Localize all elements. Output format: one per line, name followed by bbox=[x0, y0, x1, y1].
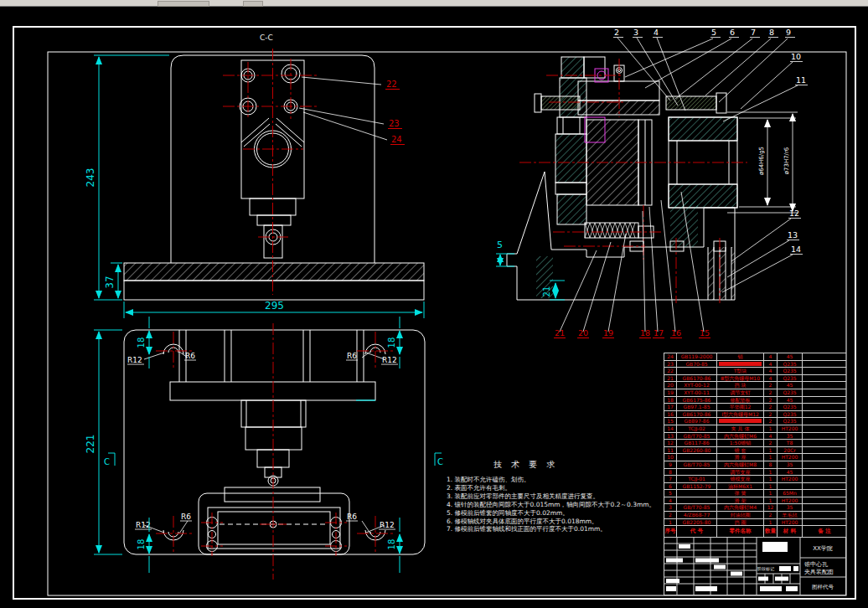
bom-cell bbox=[803, 433, 846, 440]
bom-row: 18GB6175-86修配垫板245 bbox=[664, 396, 846, 404]
title-block-title-line1: 锥中心孔 bbox=[803, 561, 829, 568]
bom-cell: 5 bbox=[664, 490, 677, 497]
bom-part-name: 内六角螺钉M4 bbox=[717, 504, 764, 511]
bom-cell: XYT-00-11 bbox=[677, 389, 717, 396]
bom-cell: Q235 bbox=[778, 411, 803, 418]
bom-cell: GB1152-79 bbox=[677, 483, 717, 490]
bom-cell: Q235 bbox=[778, 418, 803, 425]
dim-18: 18 bbox=[137, 337, 146, 348]
bom-row: 23GB70-854Q235 bbox=[664, 360, 846, 368]
bom-cell: 2 bbox=[764, 382, 778, 389]
dim-21: 21 bbox=[542, 286, 551, 297]
balloon-2: 2 bbox=[614, 28, 619, 37]
bom-header-qty: 数量 bbox=[764, 526, 778, 537]
section-dimensions bbox=[496, 254, 565, 300]
bom-part-name bbox=[717, 361, 764, 368]
bom-cell: 4 bbox=[764, 433, 778, 440]
r6-label: R6 bbox=[185, 352, 195, 360]
bom-cell: 4 bbox=[764, 353, 778, 360]
bom-cell: 12 bbox=[764, 504, 778, 511]
bom-cell: 10 bbox=[664, 454, 677, 461]
bom-cell: 8 bbox=[764, 461, 778, 468]
bom-row: 19XYT-00-11调节支钉2Q235 bbox=[664, 389, 846, 396]
bom-cell: 23 bbox=[664, 361, 677, 368]
bom-cell: GB2260-80 bbox=[677, 447, 717, 454]
bom-part-name: 夹 具 体 bbox=[717, 425, 764, 432]
bom-row: 1GB2205-80挡 圈1HT200 bbox=[664, 518, 846, 526]
front-view-dim-texts: 243 37 295 bbox=[85, 168, 284, 312]
bom-part-name: T型块 bbox=[717, 368, 764, 374]
bom-cell: 2 bbox=[764, 512, 778, 518]
bom-cell bbox=[803, 469, 846, 476]
bom-part-name: 修配垫板 bbox=[717, 397, 764, 404]
bom-cell: 20Cr bbox=[778, 447, 803, 454]
bom-cell: 1 bbox=[764, 469, 778, 476]
bom-cell bbox=[677, 368, 717, 374]
bom-table: 24GB119-2000销44523GB70-854Q23522T型块4Q235… bbox=[664, 353, 846, 538]
bom-cell bbox=[803, 411, 846, 418]
balloon-13: 13 bbox=[788, 230, 798, 240]
bom-part-name: 挡 块 bbox=[717, 382, 764, 389]
bom-part-name: 油杯M6X1 bbox=[717, 483, 764, 490]
r12-label: R12 bbox=[380, 521, 395, 529]
bom-cell: GB897-86 bbox=[677, 418, 717, 425]
bom-header-row: 序号 代 号 零件名称 数量 材 料 备 注 bbox=[664, 525, 846, 538]
bom-cell bbox=[677, 469, 717, 476]
bom-cell: 35 bbox=[778, 504, 803, 511]
bom-header-name: 零件名称 bbox=[717, 526, 764, 537]
bom-header-mat: 材 料 bbox=[778, 526, 803, 537]
tech-requirement-item: 6. 修模轴线对夹具体底面的平行度不大于0.018mm。 bbox=[447, 518, 680, 526]
bom-cell: GB/T70-85 bbox=[677, 433, 717, 440]
bom-row: 8调节支座145 bbox=[664, 468, 846, 476]
bom-cell: 2 bbox=[664, 512, 677, 518]
front-view-balloons: 22 23 24 bbox=[385, 80, 405, 145]
section-label-cc: C-C bbox=[260, 33, 273, 42]
balloon-16: 16 bbox=[671, 328, 681, 337]
bom-cell bbox=[803, 440, 846, 446]
balloon-4: 4 bbox=[654, 28, 659, 37]
dim-5: 5 bbox=[497, 240, 503, 250]
balloon-15: 15 bbox=[700, 328, 710, 337]
balloon-10: 10 bbox=[791, 52, 801, 61]
title-block-school: XX学院 bbox=[813, 545, 833, 552]
balloon-23: 23 bbox=[389, 119, 400, 128]
bom-cell: HT200 bbox=[778, 454, 803, 461]
bom-part-name: 内六角螺钉M6 bbox=[717, 433, 764, 440]
bom-cell bbox=[803, 454, 846, 461]
bom-cell: 21 bbox=[664, 375, 677, 382]
bom-cell: 13 bbox=[664, 433, 677, 440]
section-mark-c: C bbox=[104, 457, 110, 466]
bom-cell: Q235 bbox=[778, 368, 803, 374]
bom-cell bbox=[803, 512, 846, 518]
bom-row: 21GB6170-86Ⅲ型六角螺母M104Q235 bbox=[664, 374, 846, 382]
bom-cell bbox=[677, 454, 717, 461]
cad-application-window: { "front_view": { "section_label": "C-C"… bbox=[0, 0, 868, 608]
bom-row: 14TCJJ-02夹 具 体1HT200 bbox=[664, 425, 846, 432]
bom-part-name: 调节支钉 bbox=[717, 389, 764, 396]
top-view-dimensions bbox=[94, 317, 442, 573]
bom-cell bbox=[803, 404, 846, 410]
bom-row: 17GB97.1-85平垫圈122Q235 bbox=[664, 403, 846, 410]
bom-cell: 7 bbox=[664, 476, 677, 482]
tech-requirement-item: 2. 表面不允许有毛刺。 bbox=[447, 484, 680, 492]
bom-cell bbox=[803, 519, 846, 526]
title-block-code-label: 图样代号 bbox=[812, 584, 834, 590]
title-block: XX学院 锥中心孔 夹具装配图 图样代号 阶段标记 bbox=[664, 537, 846, 595]
balloon-5: 5 bbox=[711, 28, 716, 37]
bom-cell bbox=[803, 353, 846, 360]
r12-label: R12 bbox=[382, 356, 397, 364]
balloon-22: 22 bbox=[386, 80, 397, 89]
bom-cell: 20 bbox=[664, 382, 677, 389]
section-balloons-red: 21 20 19 18 17 16 15 bbox=[554, 328, 710, 338]
bom-row: 3GB/T70-85内六角螺钉M41235 bbox=[664, 503, 846, 511]
bom-cell: 65Mn bbox=[778, 490, 803, 497]
bom-cell: Q235 bbox=[778, 375, 803, 382]
bom-cell bbox=[803, 461, 846, 468]
bom-cell: 17 bbox=[664, 404, 677, 410]
bom-cell: 2 bbox=[764, 411, 778, 418]
bom-cell: GB70-85 bbox=[677, 361, 717, 368]
bom-cell bbox=[803, 447, 846, 454]
bom-row: 5弹 簧165Mn bbox=[664, 489, 846, 497]
bom-cell: 1 bbox=[764, 519, 778, 526]
bom-cell: Q235 bbox=[778, 404, 803, 410]
